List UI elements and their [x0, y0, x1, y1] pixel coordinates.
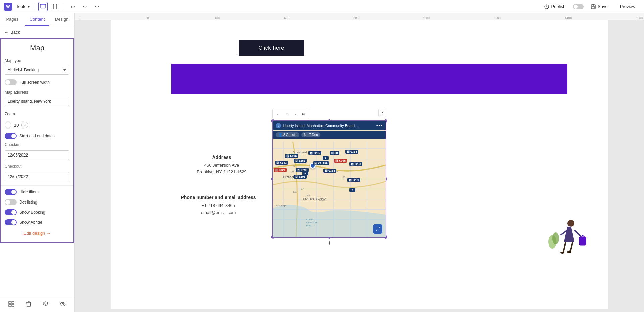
show-booking-toggle[interactable] — [5, 209, 17, 215]
click-here-label: Click here — [259, 45, 284, 51]
full-screen-toggle[interactable] — [5, 79, 17, 85]
undo-btn[interactable]: ↩ — [68, 2, 78, 11]
map-dots-menu[interactable]: ••• — [376, 123, 383, 129]
svg-line-21 — [574, 230, 581, 237]
align-center-btn[interactable]: ≡ — [283, 110, 290, 118]
canvas-area[interactable]: │ 200 400 600 800 1000 1200 1400 1600 Cl… — [75, 13, 644, 312]
show-abritel-toggle[interactable] — [5, 219, 17, 225]
show-abritel-row: Show Abritel — [1, 217, 73, 227]
visibility-btn[interactable] — [57, 299, 68, 309]
price-marker-251[interactable]: B €251 — [294, 159, 307, 163]
svg-point-19 — [567, 251, 571, 253]
checkout-input[interactable] — [5, 172, 69, 181]
save-button[interactable]: Save — [586, 2, 612, 11]
zoom-plus-btn[interactable]: + — [21, 122, 28, 128]
add-section-btn[interactable] — [6, 299, 17, 309]
svg-line-17 — [570, 242, 573, 251]
tab-content[interactable]: Content — [25, 13, 50, 26]
click-here-button[interactable]: Click here — [239, 40, 304, 56]
price-marker-795[interactable]: H €795 — [334, 159, 347, 163]
tab-pages[interactable]: Pages — [0, 13, 25, 26]
svg-text:1278: 1278 — [319, 199, 325, 201]
checkout-section — [1, 169, 73, 184]
main-area: Pages Content Design ← Back Map Map type… — [0, 13, 644, 312]
svg-rect-12 — [9, 304, 11, 307]
tools-chevron-icon: ▾ — [28, 4, 30, 9]
map-address-input[interactable] — [5, 97, 69, 106]
address-line1: 456 Jefferson Ave — [185, 162, 259, 169]
delete-btn[interactable] — [23, 299, 34, 309]
map-reset-btn[interactable]: ↺ — [378, 109, 386, 117]
toolbar-separator-2 — [64, 3, 64, 10]
distribute-btn[interactable]: ⇔ — [300, 110, 307, 118]
price-marker-205a[interactable]: B €205 — [308, 151, 322, 155]
price-marker-plane1[interactable]: ✈ — [323, 156, 329, 160]
address-title: Address — [185, 154, 259, 160]
guests-filter[interactable]: 👤 2 Guests — [276, 132, 299, 137]
layers-btn[interactable] — [40, 299, 51, 309]
preview-button[interactable]: Preview — [615, 2, 640, 11]
publish-toggle[interactable] — [573, 4, 584, 9]
map-panel: Map Map type Abritel & Booking Full scre… — [0, 38, 74, 243]
redo-btn[interactable]: ↪ — [80, 2, 90, 11]
price-marker-660[interactable]: €660 — [330, 151, 339, 155]
bottom-resize-handle[interactable]: ⬍ — [327, 240, 331, 246]
dot-listing-toggle[interactable] — [5, 199, 17, 205]
lower-ny-label: LowerNew YorkPlac... — [306, 218, 318, 227]
publish-button[interactable]: Publish — [540, 2, 570, 11]
back-button[interactable]: ← Back — [0, 26, 74, 38]
price-marker-1299[interactable]: B €1,299 — [313, 161, 329, 165]
publish-icon — [544, 4, 549, 9]
align-left-btn[interactable]: ← — [275, 110, 282, 118]
back-label: Back — [10, 30, 20, 35]
dates-filter[interactable]: 6—7 Dec — [301, 132, 321, 137]
tab-design[interactable]: Design — [49, 13, 74, 26]
svg-text:78: 78 — [293, 165, 295, 167]
checkin-input[interactable] — [5, 150, 69, 160]
save-icon — [591, 4, 596, 9]
mobile-device-btn[interactable] — [50, 2, 60, 11]
map-widget[interactable]: ⬍ ● Liberty Island, Manhattan Community … — [272, 120, 386, 238]
map-type-select[interactable]: Abritel & Booking — [5, 65, 69, 75]
zoom-value: 10 — [14, 123, 19, 128]
full-screen-label: Full screen width — [19, 80, 50, 85]
more-btn[interactable]: ⋯ — [92, 2, 102, 11]
address-line2: Brooklyn, NY 11221-1529 — [185, 169, 259, 175]
toolbar-right: Publish Save Preview — [540, 2, 640, 11]
show-booking-label: Show Booking — [19, 210, 45, 215]
zoom-minus-btn[interactable]: − — [5, 122, 11, 128]
price-marker-363[interactable]: B €363 — [323, 169, 337, 173]
map-fullscreen-btn[interactable]: ⛶ — [373, 224, 382, 234]
show-abritel-label: Show Abritel — [19, 220, 42, 225]
horizontal-ruler: │ 200 400 600 800 1000 1200 1400 1600 — [75, 13, 644, 20]
price-marker-plane3[interactable]: ✈ — [349, 188, 355, 192]
guests-icon: 👤 — [278, 133, 282, 137]
map-filter-bar: 👤 2 Guests 6—7 Dec — [273, 131, 386, 139]
price-marker-196[interactable]: B €196 — [285, 154, 298, 158]
map-widget-container: ← ≡ → ⇔ ↺ ⬍ — [272, 120, 386, 238]
align-right-btn[interactable]: → — [291, 110, 299, 118]
toolbar-separator-1 — [34, 3, 34, 10]
start-end-dates-toggle[interactable] — [5, 133, 17, 139]
desktop-device-btn[interactable] — [38, 2, 48, 11]
svg-point-14 — [62, 303, 64, 305]
contact-block: Phone number and email address +1 718 69… — [171, 195, 265, 216]
hide-filters-label: Hide filters — [19, 190, 39, 194]
price-marker-318[interactable]: B €318 — [345, 150, 359, 154]
hide-filters-toggle[interactable] — [5, 189, 17, 195]
price-marker-269[interactable]: B €269 — [347, 178, 361, 182]
price-marker-321[interactable]: H €321 — [274, 168, 287, 172]
checkin-section — [1, 148, 73, 163]
tools-label: Tools — [16, 4, 26, 9]
tools-menu[interactable]: Tools ▾ — [16, 4, 30, 9]
dot-listing-label: Dot listing — [19, 200, 37, 205]
publish-label: Publish — [551, 4, 565, 9]
map-header-title: Liberty Island, Manhattan Community Boar… — [283, 124, 374, 128]
address-block: Address 456 Jefferson Ave Brooklyn, NY 1… — [185, 154, 259, 175]
edit-design-link[interactable]: Edit design → — [1, 227, 73, 239]
map-toolbar: ← ≡ → ⇔ — [272, 109, 309, 119]
price-marker-253[interactable]: B €253 — [349, 162, 363, 166]
divider-1 — [1, 185, 73, 186]
price-marker-205b[interactable]: B €205 — [294, 175, 307, 179]
price-marker-143[interactable]: B €143 — [275, 161, 288, 165]
